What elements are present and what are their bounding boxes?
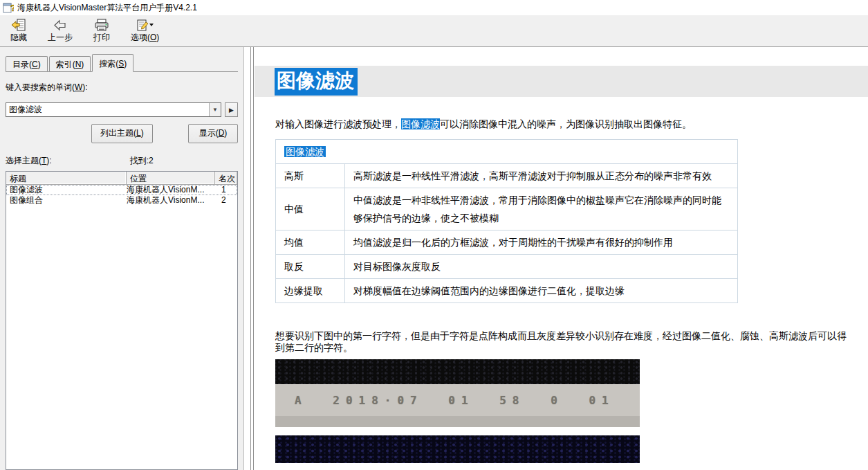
- results-header-row: 标题 位置 名次: [6, 172, 237, 185]
- print-button-label: 打印: [93, 32, 110, 44]
- topic-heading-band: 图像滤波: [255, 66, 868, 97]
- result-row-1[interactable]: 图像滤波 海康机器人VisionM... 1: [6, 185, 237, 195]
- tab-index-post: ): [81, 60, 84, 69]
- search-buttons-row: 列出主题(L) 显示(D): [6, 124, 238, 143]
- intro-search-highlight: 图像滤波: [401, 118, 440, 129]
- back-button-label: 上一步: [48, 32, 73, 44]
- dot-matrix-text-faint: A 2018·07 01 58 0 01: [275, 384, 640, 416]
- found-count-label: 找到:2: [130, 155, 154, 167]
- options-label-key: O: [150, 33, 156, 42]
- topic-content: 图像滤波 对输入图像进行滤波预处理，图像滤波可以消除图像中混入的噪声，为图像识别…: [255, 47, 868, 470]
- dot-matrix-text-binarized: A 2018·07 01 58 0 01: [275, 463, 634, 470]
- table-header-row: 图像滤波: [276, 140, 738, 164]
- result-row-2[interactable]: 图像组合 海康机器人VisionM... 2: [6, 195, 237, 206]
- filter-desc: 对梯度幅值在边缘阈值范围内的边缘图像进行二值化，提取边缘: [345, 279, 738, 303]
- original-sample-image: A 2018·07 01 58 0 01: [275, 359, 640, 427]
- tab-search[interactable]: 搜索(S): [92, 54, 133, 72]
- hide-button-label: 隐藏: [10, 32, 27, 44]
- table-row: 中值 中值滤波是一种非线性平滑滤波，常用于消除图像中的椒盐噪声它在消除噪声的同时…: [276, 188, 738, 231]
- options-button[interactable]: 选项(O): [126, 17, 164, 46]
- filter-name: 高斯: [276, 164, 345, 188]
- select-topic-post: ):: [46, 156, 51, 165]
- list-topics-key: L: [136, 128, 141, 138]
- options-label-pre: 选项(: [131, 33, 150, 42]
- combo-dropdown-button[interactable]: ▼: [209, 103, 221, 116]
- column-header-rank[interactable]: 名次: [215, 172, 237, 185]
- display-post: ): [224, 128, 227, 138]
- right-triangle-icon: ▶: [229, 107, 234, 114]
- column-header-location[interactable]: 位置: [127, 172, 215, 185]
- options-icon: [136, 19, 154, 32]
- tab-search-post: ): [124, 59, 127, 69]
- window-titlebar: ? 海康机器人VisionMaster算法平台用户手册V4.2.1: [0, 0, 868, 15]
- intro-paragraph: 对输入图像进行滤波预处理，图像滤波可以消除图像中混入的噪声，为图像识别抽取出图像…: [275, 118, 847, 130]
- filtered-sample-image: A 2018·07 01 58 0 01: [275, 435, 640, 470]
- image-bottom-strip: [275, 416, 640, 427]
- tab-index[interactable]: 索引(N): [49, 56, 91, 71]
- filter-name: 中值: [276, 188, 345, 231]
- result-rank[interactable]: 2: [215, 195, 237, 206]
- result-location[interactable]: 海康机器人VisionM...: [127, 185, 215, 195]
- list-topics-button[interactable]: 列出主题(L): [91, 124, 153, 143]
- select-topic-row: 选择主题(T): 找到:2: [6, 155, 238, 167]
- table-row: 边缘提取 对梯度幅值在边缘阈值范围内的边缘图像进行二值化，提取边缘: [276, 279, 738, 303]
- tab-contents[interactable]: 目录(C): [6, 56, 48, 71]
- options-label-post: ): [156, 33, 159, 42]
- filter-name: 取反: [276, 255, 345, 279]
- tab-contents-key: C: [32, 60, 38, 69]
- search-keyword-value[interactable]: 图像滤波: [6, 104, 209, 116]
- display-pre: 显示(: [199, 128, 219, 138]
- print-button[interactable]: 打印: [89, 17, 115, 46]
- result-title[interactable]: 图像滤波: [6, 185, 127, 195]
- nav-tabbar: 目录(C) 索引(N) 搜索(S): [6, 54, 238, 72]
- result-title[interactable]: 图像组合: [6, 195, 127, 206]
- pane-splitter[interactable]: [244, 47, 255, 470]
- printer-icon: [93, 19, 110, 32]
- select-topic-label: 选择主题(T):: [6, 155, 52, 167]
- fabric-texture-navy: [275, 435, 640, 463]
- example-paragraph: 想要识别下图中的第一行字符，但是由于字符是点阵构成而且灰度差异较小识别存在难度，…: [275, 330, 847, 354]
- chevron-down-icon: ▼: [212, 107, 218, 113]
- navigation-pane: 目录(C) 索引(N) 搜索(S) 键入要搜索的单词(W): 图像滤波 ▼ ▶ …: [0, 47, 244, 470]
- toolbar: 隐藏 上一步 打印: [0, 15, 868, 47]
- tab-index-pre: 索引(: [56, 60, 75, 69]
- boolean-operator-button[interactable]: ▶: [225, 102, 238, 117]
- search-results-list[interactable]: 标题 位置 名次 图像滤波 海康机器人VisionM... 1 图像组合 海康机…: [6, 171, 238, 470]
- search-label-post: ):: [82, 82, 87, 92]
- filter-name: 边缘提取: [276, 279, 345, 303]
- filter-desc: 中值滤波是一种非线性平滑滤波，常用于消除图像中的椒盐噪声它在消除噪声的同时能够保…: [345, 188, 738, 231]
- help-app-icon: ?: [3, 2, 14, 13]
- list-topics-post: ): [141, 128, 144, 138]
- hide-button[interactable]: 隐藏: [6, 17, 32, 46]
- search-label-key: W: [75, 82, 82, 92]
- intro-pre: 对输入图像进行滤波预处理，: [275, 118, 401, 129]
- tab-contents-pre: 目录(: [12, 60, 32, 69]
- search-label-pre: 键入要搜索的单词(: [6, 82, 75, 92]
- table-header-cell: 图像滤波: [276, 140, 738, 164]
- table-header-highlighted: 图像滤波: [284, 146, 326, 157]
- search-keyword-combobox[interactable]: 图像滤波 ▼: [6, 102, 221, 117]
- column-header-title[interactable]: 标题: [6, 172, 127, 185]
- list-topics-pre: 列出主题(: [100, 128, 136, 138]
- fabric-texture-dark: [275, 359, 640, 384]
- filter-desc: 高斯滤波是一种线性平滑滤波，高斯平滑滤波对于抑制服从正态分布的噪声非常有效: [345, 164, 738, 188]
- topic-heading-highlighted: 图像滤波: [275, 68, 358, 96]
- search-keyword-label: 键入要搜索的单词(W):: [6, 82, 238, 93]
- table-row: 取反 对目标图像灰度取反: [276, 255, 738, 279]
- svg-text:?: ?: [10, 3, 14, 13]
- back-button[interactable]: 上一步: [43, 17, 77, 46]
- result-location[interactable]: 海康机器人VisionM...: [127, 195, 215, 206]
- search-combo-row: 图像滤波 ▼ ▶: [6, 102, 238, 117]
- result-rank[interactable]: 1: [215, 185, 237, 195]
- table-row: 高斯 高斯滤波是一种线性平滑滤波，高斯平滑滤波对于抑制服从正态分布的噪声非常有效: [276, 164, 738, 188]
- filter-types-table: 图像滤波 高斯 高斯滤波是一种线性平滑滤波，高斯平滑滤波对于抑制服从正态分布的噪…: [275, 139, 738, 303]
- display-button[interactable]: 显示(D): [188, 124, 238, 143]
- back-arrow-icon: [53, 19, 68, 32]
- tab-contents-post: ): [38, 60, 41, 69]
- tab-search-pre: 搜索(: [99, 59, 118, 69]
- window-title: 海康机器人VisionMaster算法平台用户手册V4.2.1: [17, 2, 197, 14]
- hide-panel-icon: [11, 19, 26, 32]
- filter-desc: 对目标图像灰度取反: [345, 255, 738, 279]
- options-button-label: 选项(O): [131, 32, 159, 44]
- table-row: 均值 均值滤波是归一化后的方框滤波，对于周期性的干扰噪声有很好的抑制作用: [276, 231, 738, 255]
